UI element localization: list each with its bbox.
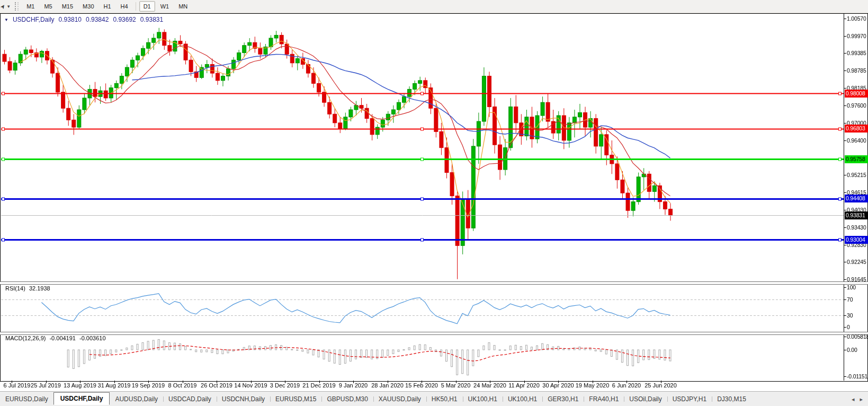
date-axis-label: 15 Feb 2020 — [405, 382, 438, 389]
timeframe-button-m5[interactable]: M5 — [40, 1, 56, 12]
chart-collapse-icon[interactable]: ▼ — [4, 17, 8, 22]
macd-value: -0.004191 — [49, 335, 76, 341]
chart-tab-bar: EURUSD,DailyUSDCHF,DailyAUDUSD,DailyUSDC… — [0, 391, 868, 406]
date-axis-label: 14 Nov 2019 — [234, 382, 267, 389]
date-axis-label: 28 Jan 2020 — [371, 382, 404, 389]
price-level-badge: 0.94408 — [845, 195, 868, 202]
date-axis-label: 24 Mar 2020 — [473, 382, 506, 389]
timeframe-button-d1[interactable]: D1 — [139, 1, 155, 12]
date-axis-label: 19 May 2020 — [576, 382, 610, 389]
rsi-axis-label: 30 — [847, 312, 853, 319]
timeframe-button-m15[interactable]: M15 — [58, 1, 77, 12]
date-axis-label: 26 Oct 2019 — [201, 382, 232, 389]
ohlc-close: 0.93831 — [140, 16, 163, 23]
date-axis-label: 25 Jun 2020 — [645, 382, 677, 389]
price-chart-canvas[interactable] — [0, 0, 868, 406]
timeframe-button-h4[interactable]: H4 — [117, 1, 132, 12]
toolbar-separator — [136, 2, 136, 11]
rsi-label: RSI(14) 32.1938 — [5, 285, 50, 292]
macd-axis-label: 0.005818 — [847, 333, 868, 340]
price-level-badge: 0.96803 — [845, 125, 868, 133]
macd-signal-value: -0.003610 — [79, 335, 106, 341]
ohlc-high: 0.93842 — [86, 16, 109, 23]
price-axis-label: 0.98785 — [847, 67, 866, 74]
date-axis-label: 19 Sep 2019 — [132, 382, 165, 389]
macd-axis-label: 0.00 — [847, 347, 857, 353]
timeframe-button-m1[interactable]: M1 — [22, 1, 39, 12]
ohlc-open: 0.93810 — [59, 16, 82, 23]
tab-uk100-h1[interactable]: UK100,H1 — [503, 393, 542, 405]
date-axis-label: 13 Aug 2019 — [64, 382, 96, 389]
tab-ger30-h1[interactable]: GER30,H1 — [542, 393, 584, 405]
tab-xauusd-daily[interactable]: XAUUSD,Daily — [373, 393, 426, 405]
rsi-axis-label: 70 — [847, 296, 853, 303]
tab-audusd-daily[interactable]: AUDUSD,Daily — [110, 393, 163, 405]
toolbar-drag-grip[interactable] — [15, 2, 19, 11]
rsi-axis-label: 0 — [847, 324, 850, 330]
terminal-window: ➤ ▼ M1M5M15M30H1H4D1W1MN ▼ USDCHF,Daily … — [0, 0, 868, 406]
tab-scroll-right-icon[interactable]: ▸ — [860, 396, 863, 403]
date-axis-label: 25 Jul 2019 — [31, 382, 61, 389]
price-level-badge: 0.95758 — [845, 155, 868, 163]
ohlc-low: 0.93692 — [113, 16, 136, 23]
cursor-tool-button[interactable]: ➤ ▼ — [0, 0, 13, 13]
price-axis-label: 0.91645 — [847, 276, 866, 283]
macd-axis-label: -0.011514 — [847, 373, 868, 379]
tab-usdchf-daily[interactable]: USDCHF,Daily — [53, 392, 110, 405]
chart-tabs: EURUSD,DailyUSDCHF,DailyAUDUSD,DailyUSDC… — [0, 392, 751, 406]
price-axis-label: 0.92245 — [847, 259, 866, 265]
price-axis-label: 1.00570 — [847, 15, 866, 22]
timeframes-toolbar: ➤ ▼ M1M5M15M30H1H4D1W1MN — [0, 0, 868, 13]
timeframe-button-m30[interactable]: M30 — [78, 1, 98, 12]
chart-symbol-period: USDCHF,Daily — [13, 16, 55, 23]
date-axis-label: 11 Apr 2020 — [508, 382, 540, 389]
timeframe-buttons: M1M5M15M30H1H4D1W1MN — [22, 1, 192, 12]
date-axis-label: 9 Jan 2020 — [339, 382, 368, 389]
date-axis-label: 31 Aug 2019 — [98, 382, 131, 389]
tab-gbpusd-m30[interactable]: GBPUSD,M30 — [321, 393, 373, 405]
price-axis-label: 0.93430 — [847, 224, 866, 231]
date-axis-label: 6 Jun 2020 — [612, 382, 641, 389]
date-axis-label: 5 Mar 2020 — [441, 382, 471, 389]
price-axis-label: 0.99970 — [847, 33, 866, 39]
tab-scroll-left-icon[interactable]: ◂ — [852, 396, 855, 403]
price-level-badge: 0.98008 — [845, 90, 868, 98]
tab-usoil-daily[interactable]: USOil,Daily — [624, 393, 667, 405]
tab-eurusd-m15[interactable]: EURUSD,M15 — [270, 393, 321, 405]
price-level-badge: 0.93831 — [845, 211, 868, 219]
timeframe-button-w1[interactable]: W1 — [156, 1, 174, 12]
tab-usdjpy-h1[interactable]: USDJPY,H1 — [667, 393, 712, 405]
macd-label: MACD(12,26,9) -0.004191 -0.003610 — [5, 335, 106, 341]
price-level-badge: 0.93004 — [845, 236, 868, 244]
rsi-name: RSI(14) — [5, 285, 25, 292]
tab-uk100-h1[interactable]: UK100,H1 — [463, 393, 503, 405]
tab-usdcnh-daily[interactable]: USDCNH,Daily — [217, 393, 270, 405]
date-axis-label: 6 Jul 2019 — [4, 382, 31, 389]
date-axis-label: 30 Apr 2020 — [542, 382, 574, 389]
tab-hk50-h1[interactable]: HK50,H1 — [426, 393, 463, 405]
rsi-value: 32.1938 — [29, 285, 50, 292]
macd-name: MACD(12,26,9) — [5, 335, 46, 341]
price-axis-label: 0.95215 — [847, 172, 866, 178]
timeframe-button-h1[interactable]: H1 — [100, 1, 115, 12]
price-axis-label: 0.97600 — [847, 102, 866, 109]
timeframe-button-mn[interactable]: MN — [174, 1, 192, 12]
tab-scrollers: ◂ ▸ — [852, 396, 868, 403]
tab-usdcad-daily[interactable]: USDCAD,Daily — [163, 393, 217, 405]
rsi-axis-label: 100 — [847, 284, 856, 290]
date-axis-label: 3 Dec 2019 — [270, 382, 300, 389]
tab-eurusd-daily[interactable]: EURUSD,Daily — [0, 393, 53, 405]
date-axis-label: 8 Oct 2019 — [168, 382, 197, 389]
tab-fra40-h1[interactable]: FRA40,H1 — [584, 393, 624, 405]
tab-dj30-m15[interactable]: DJ30,M15 — [712, 393, 751, 405]
date-axis-label: 21 Dec 2019 — [302, 382, 335, 389]
price-axis-label: 0.99385 — [847, 50, 866, 56]
chart-title: ▼ USDCHF,Daily 0.93810 0.93842 0.93692 0… — [4, 16, 163, 23]
price-axis-label: 0.96400 — [847, 137, 866, 144]
